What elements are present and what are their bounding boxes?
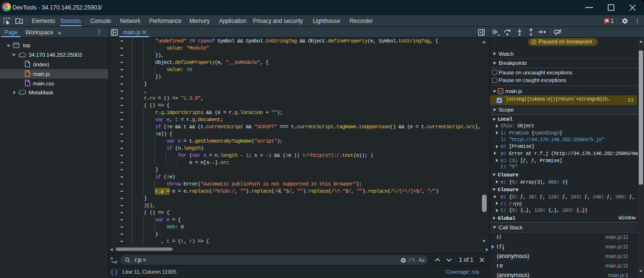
svg-text:A: A [111, 256, 113, 260]
svg-text:B: B [115, 260, 117, 264]
